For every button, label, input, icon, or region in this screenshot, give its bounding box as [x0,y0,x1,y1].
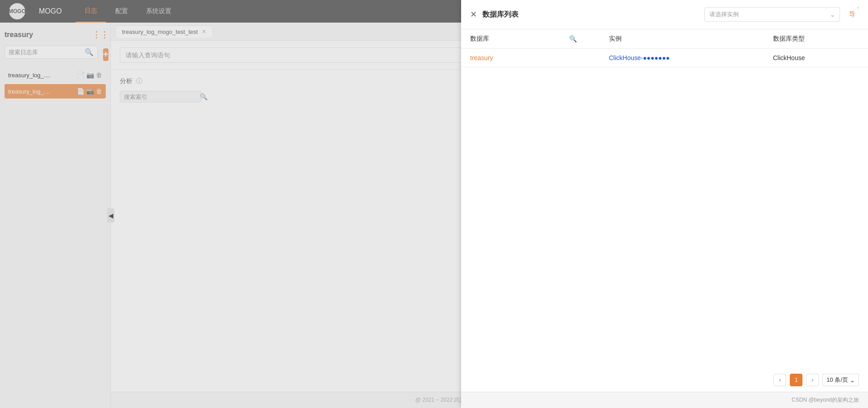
col-header-type: 数据库类型 [764,29,868,49]
page-size-arrow-icon: ⌄ [850,377,855,384]
panel-table: 数据库 🔍 实例 数据库类型 [461,29,868,67]
db-type-value: ClickHouse [773,54,805,61]
overlay [0,23,461,408]
panel-table-container: 数据库 🔍 实例 数据库类型 [461,29,868,368]
db-type-cell: ClickHouse [764,49,868,67]
col-header-instance: 实例 [600,29,764,49]
db-search-cell [546,49,599,67]
next-page-btn[interactable]: › [806,374,819,386]
panel-header: ✕ 数据库列表 请选择实例 ⌄ ↑ 导 [461,23,868,29]
page-size-select[interactable]: 10 条/页 ⌄ [822,374,859,386]
page-1-btn[interactable]: 1 [790,374,802,386]
col-header-search: 🔍 [546,29,599,49]
panel-footer-text: CSDN @beyond的架构之旅 [792,396,859,404]
main-content: treasury ⋮⋮ 🔍 + treasury_log_.... 📄 📷 🗑 [0,23,868,408]
pagination: ‹ 1 › 10 条/页 ⌄ [461,368,868,392]
db-name-link[interactable]: treasury [470,54,493,61]
db-name-cell: treasury [461,49,546,67]
panel-footer: CSDN @beyond的架构之旅 [461,392,868,408]
col-header-db: 数据库 [461,29,546,49]
db-instance-value: ClickHouse-●●●●●●● [609,54,670,61]
db-instance-cell: ClickHouse-●●●●●●● [600,49,764,67]
prev-page-btn[interactable]: ‹ [774,374,786,386]
table-row: treasury ClickHouse-●●●●●●● ClickHouse [461,49,868,67]
right-panel: ✕ 数据库列表 请选择实例 ⌄ ↑ 导 [461,23,868,408]
